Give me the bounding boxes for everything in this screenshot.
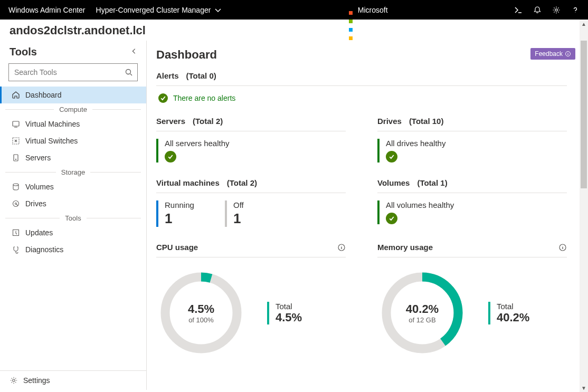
chevron-left-icon <box>130 47 138 55</box>
memory-total: Total 40.2% <box>488 302 529 324</box>
cluster-name: andos2dclstr.andonet.lcl <box>0 20 588 41</box>
help-button[interactable] <box>571 6 580 14</box>
vms-card: Virtual machines (Total 2) Running 1 Off… <box>156 178 346 227</box>
scroll-thumb[interactable] <box>581 41 587 188</box>
scrollbar[interactable]: ▲ ▼ <box>580 20 588 392</box>
info-icon <box>565 51 571 57</box>
servers-status-text: All servers healthy <box>165 139 346 148</box>
sidebar-item-volumes[interactable]: Volumes <box>0 178 146 195</box>
search-icon <box>125 68 133 77</box>
info-icon[interactable] <box>558 243 567 252</box>
memory-usage-card: Memory usage 40.2% of 12 GB <box>377 243 567 358</box>
alerts-heading: Alerts (Total 0) <box>156 71 567 86</box>
chevron-down-icon <box>214 6 222 14</box>
check-circle-icon <box>386 213 397 224</box>
volume-icon <box>12 183 20 191</box>
sidebar-item-label: Virtual Switches <box>25 137 78 145</box>
sidebar-item-label: Dashboard <box>25 91 62 99</box>
check-circle-icon <box>386 151 397 162</box>
vm-off-stat: Off 1 <box>225 200 278 227</box>
sidebar-item-settings[interactable]: Settings <box>0 370 146 390</box>
info-icon[interactable] <box>337 243 346 252</box>
memory-gauge-value: 40.2% <box>406 302 439 316</box>
svg-rect-2 <box>13 121 19 126</box>
sidebar-item-virtual-switches[interactable]: Virtual Switches <box>0 132 146 149</box>
cpu-gauge-value: 4.5% <box>188 302 214 316</box>
sidebar-item-virtual-machines[interactable]: Virtual Machines <box>0 116 146 132</box>
sidebar-item-diagnostics[interactable]: Diagnostics <box>0 241 146 258</box>
context-switcher[interactable]: Hyper-Converged Cluster Manager <box>96 6 223 14</box>
nav-group-storage: Storage <box>0 166 146 178</box>
sidebar-title: Tools <box>10 46 37 58</box>
scroll-up-arrow-icon[interactable]: ▲ <box>580 20 588 28</box>
check-circle-icon <box>158 93 168 103</box>
search-tools-box[interactable] <box>8 63 138 81</box>
brand-label: Microsoft <box>358 6 388 14</box>
drive-icon <box>12 199 20 208</box>
cpu-gauge-sub: of 100% <box>188 316 214 324</box>
volumes-card: Volumes (Total 1) All volumes healthy <box>377 178 567 227</box>
servers-card: Servers (Total 2) All servers healthy <box>156 117 346 162</box>
powershell-button[interactable] <box>514 6 523 14</box>
sidebar-item-label: Servers <box>25 154 51 162</box>
svg-point-5 <box>15 159 16 160</box>
sidebar-item-updates[interactable]: Updates <box>0 224 146 241</box>
gear-icon <box>552 6 561 14</box>
sidebar-item-label: Virtual Machines <box>25 120 80 128</box>
svg-point-1 <box>126 70 131 74</box>
help-icon <box>571 6 580 14</box>
bell-icon <box>533 6 542 14</box>
notifications-button[interactable] <box>533 6 542 14</box>
nav: Dashboard Compute Virtual Machines Virtu… <box>0 87 146 370</box>
microsoft-logo-icon <box>349 8 353 12</box>
main-content: Feedback Dashboard Alerts (Total 0) Ther… <box>147 41 588 390</box>
sidebar-item-label: Drives <box>25 199 46 208</box>
page-title: Dashboard <box>156 48 567 62</box>
sidebar-item-label: Volumes <box>25 183 54 191</box>
cpu-usage-card: CPU usage 4.5% of 100% <box>156 243 346 358</box>
svg-point-0 <box>555 8 557 11</box>
product-name: Windows Admin Center <box>8 6 86 14</box>
topbar: Windows Admin Center Hyper-Converged Clu… <box>0 0 588 20</box>
drives-card: Drives (Total 10) All drives healthy <box>377 117 567 162</box>
vm-icon <box>12 120 20 128</box>
nav-group-compute: Compute <box>0 103 146 116</box>
settings-button[interactable] <box>552 6 561 14</box>
alerts-message: There are no alerts <box>173 94 235 102</box>
scroll-down-arrow-icon[interactable]: ▼ <box>580 384 588 392</box>
sidebar-item-servers[interactable]: Servers <box>0 149 146 166</box>
gear-icon <box>10 376 18 385</box>
memory-gauge-sub: of 12 GB <box>409 316 435 324</box>
updates-icon <box>12 228 20 237</box>
home-icon <box>12 91 20 99</box>
memory-gauge: 40.2% of 12 GB <box>377 268 467 358</box>
switch-icon <box>12 137 20 145</box>
drives-status-text: All drives healthy <box>386 139 567 148</box>
nav-group-tools: Tools <box>0 212 146 224</box>
feedback-label: Feedback <box>535 50 563 58</box>
sidebar-item-label: Diagnostics <box>25 245 63 254</box>
diagnostics-icon <box>12 245 20 254</box>
sidebar-item-dashboard[interactable]: Dashboard <box>0 87 146 103</box>
feedback-button[interactable]: Feedback <box>530 48 575 60</box>
collapse-sidebar-button[interactable] <box>130 47 138 56</box>
sidebar-item-label: Updates <box>25 228 53 237</box>
cpu-gauge: 4.5% of 100% <box>156 268 246 358</box>
svg-point-6 <box>13 184 18 186</box>
context-label: Hyper-Converged Cluster Manager <box>96 6 211 14</box>
terminal-icon <box>514 6 523 14</box>
svg-point-8 <box>15 203 17 205</box>
server-icon <box>12 154 20 162</box>
sidebar: Tools Dashboard Compute Virtual Machines <box>0 41 147 390</box>
volumes-status-text: All volumes healthy <box>386 200 567 209</box>
cpu-total: Total 4.5% <box>267 302 302 324</box>
search-input[interactable] <box>13 68 125 77</box>
svg-point-10 <box>13 379 15 381</box>
brand-area: Microsoft <box>233 6 504 14</box>
alerts-status: There are no alerts <box>158 93 567 103</box>
check-circle-icon <box>165 151 176 162</box>
vm-running-stat: Running 1 <box>156 200 209 227</box>
sidebar-item-drives[interactable]: Drives <box>0 195 146 212</box>
settings-label: Settings <box>23 376 50 385</box>
